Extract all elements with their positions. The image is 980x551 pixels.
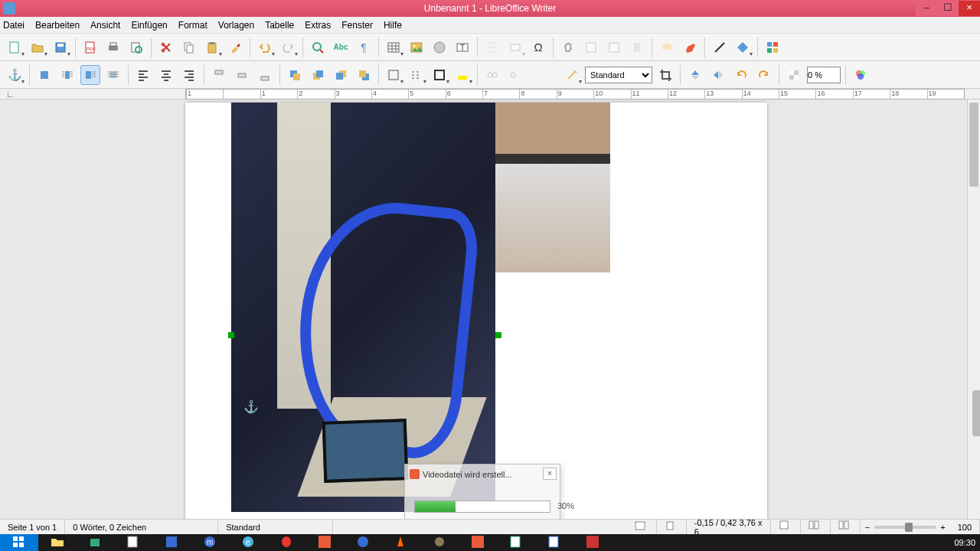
zoom-in-icon[interactable]: +	[940, 523, 945, 532]
print-button[interactable]	[103, 37, 123, 57]
back-one-button[interactable]	[331, 65, 351, 85]
undo-button[interactable]	[255, 37, 275, 57]
bring-front-button[interactable]	[285, 65, 305, 85]
selection-handle-left[interactable]	[228, 332, 234, 338]
save-button[interactable]	[51, 37, 70, 57]
status-page[interactable]: Seite 1 von 1	[0, 520, 65, 534]
view-layout-2[interactable]	[801, 520, 831, 534]
close-button[interactable]: ×	[959, 1, 980, 16]
crop-button[interactable]	[655, 65, 675, 85]
insert-chart-button[interactable]	[430, 37, 449, 57]
menu-tabelle[interactable]: Tabelle	[265, 20, 294, 31]
rotate-left-button[interactable]	[731, 65, 751, 85]
status-viewmode-2[interactable]	[657, 520, 687, 534]
border-style-button[interactable]	[407, 65, 426, 85]
insert-image-button[interactable]	[407, 37, 426, 57]
task-app5[interactable]	[574, 534, 612, 551]
align-left-button[interactable]	[133, 65, 153, 85]
color-button[interactable]	[851, 65, 871, 85]
inserted-image-1[interactable]	[231, 103, 495, 512]
footnote-button[interactable]	[581, 37, 601, 57]
task-explorer[interactable]	[38, 534, 77, 551]
border-color-button[interactable]	[430, 65, 449, 85]
status-viewmode-1[interactable]	[627, 520, 657, 534]
insert-field-button[interactable]	[505, 37, 525, 57]
page-break-button[interactable]	[482, 37, 502, 57]
selection-handle-right[interactable]	[495, 332, 501, 338]
send-back-button[interactable]	[354, 65, 374, 85]
line-button[interactable]	[710, 37, 730, 57]
align-right-button[interactable]	[179, 65, 199, 85]
bottom-button[interactable]	[255, 65, 275, 85]
task-maxthon[interactable]: m	[191, 534, 230, 551]
show-draw-functions-button[interactable]	[763, 37, 782, 57]
format-paintbrush-button[interactable]	[225, 37, 245, 57]
status-wordcount[interactable]: 0 Wörter, 0 Zeichen	[65, 520, 218, 534]
task-notepad[interactable]	[115, 534, 153, 551]
zoom-percent[interactable]: 100	[950, 520, 980, 534]
forward-one-button[interactable]	[308, 65, 328, 85]
borders-button[interactable]	[384, 65, 403, 85]
sidebar-toggle[interactable]	[972, 390, 980, 436]
wrap-optimal-button[interactable]	[80, 65, 100, 85]
area-fill-button[interactable]	[452, 65, 472, 85]
menu-fenster[interactable]: Fenster	[341, 20, 373, 31]
view-layout-3[interactable]	[831, 520, 861, 534]
zoom-out-icon[interactable]: −	[865, 523, 870, 532]
menu-bearbeiten[interactable]: Bearbeiten	[35, 20, 80, 31]
spellcheck-button[interactable]: Abc	[331, 37, 351, 57]
menu-format[interactable]: Format	[178, 20, 207, 31]
open-button[interactable]	[28, 37, 47, 57]
comment-button[interactable]	[657, 37, 677, 57]
bookmark-button[interactable]	[627, 37, 647, 57]
insert-textbox-button[interactable]: T	[452, 37, 472, 57]
task-store[interactable]	[77, 534, 115, 551]
task-app3[interactable]	[345, 534, 383, 551]
task-app2[interactable]	[306, 534, 345, 551]
taskbar-clock[interactable]: 09:30	[954, 538, 975, 547]
table-button[interactable]	[384, 37, 403, 57]
cut-button[interactable]	[156, 37, 176, 57]
unlink-frames-button[interactable]	[505, 65, 525, 85]
menu-datei[interactable]: Datei	[3, 20, 24, 31]
zoom-track[interactable]	[874, 526, 936, 529]
task-writer[interactable]	[536, 534, 574, 551]
menu-extras[interactable]: Extras	[305, 20, 331, 31]
minimize-button[interactable]: –	[916, 1, 937, 16]
middle-button[interactable]	[232, 65, 252, 85]
task-app4[interactable]	[459, 534, 498, 551]
menu-ansicht[interactable]: Ansicht	[90, 20, 120, 31]
inserted-image-2[interactable]	[495, 103, 610, 272]
basic-shapes-button[interactable]	[733, 37, 753, 57]
task-vlc[interactable]	[383, 534, 421, 551]
graphics-mode-select[interactable]: Standard	[585, 67, 652, 83]
new-doc-button[interactable]	[5, 37, 24, 57]
align-center-button[interactable]	[156, 65, 176, 85]
wrap-off-button[interactable]	[34, 65, 54, 85]
task-ie[interactable]: e	[230, 534, 268, 551]
top-button[interactable]	[209, 65, 229, 85]
vertical-scrollbar[interactable]	[967, 99, 980, 531]
find-replace-button[interactable]	[308, 37, 328, 57]
print-preview-button[interactable]	[126, 37, 146, 57]
hyperlink-button[interactable]	[558, 37, 578, 57]
wrap-page-button[interactable]	[57, 65, 77, 85]
wrap-through-button[interactable]	[103, 65, 123, 85]
maximize-button[interactable]: ☐	[937, 1, 959, 16]
view-layout-1[interactable]	[771, 520, 801, 534]
transparency-input[interactable]	[807, 67, 841, 83]
endnote-button[interactable]	[604, 37, 624, 57]
start-button[interactable]	[0, 534, 38, 551]
dialog-close-button[interactable]: ×	[543, 468, 557, 480]
special-char-button[interactable]: Ω	[528, 37, 548, 57]
copy-button[interactable]	[179, 37, 199, 57]
menu-hilfe[interactable]: Hilfe	[384, 20, 402, 31]
zoom-thumb[interactable]	[905, 523, 913, 532]
flip-vert-button[interactable]	[685, 65, 705, 85]
task-gimp[interactable]	[421, 534, 459, 551]
zoom-slider[interactable]: − +	[861, 523, 950, 532]
filter-button[interactable]	[562, 65, 582, 85]
status-style[interactable]: Standard	[218, 520, 333, 534]
scrollbar-thumb[interactable]	[969, 103, 978, 187]
document-area[interactable]: ⚓ Videodatei wird erstell... × 30%	[0, 99, 980, 531]
